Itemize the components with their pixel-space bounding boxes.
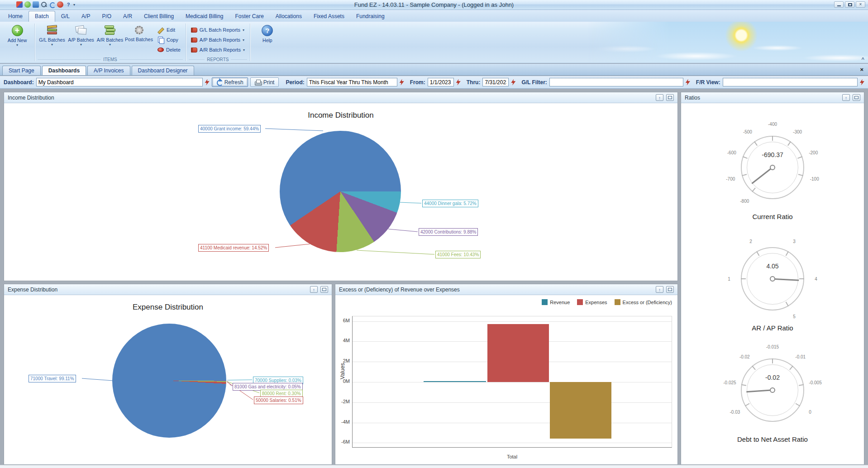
maximize-panel-icon[interactable] (320, 286, 328, 293)
maximize-panel-icon[interactable] (666, 286, 674, 293)
maximize-button[interactable] (845, 1, 854, 8)
maximize-icon (848, 3, 852, 6)
delete-button[interactable]: Delete (155, 45, 183, 54)
menu-tab-client-billing[interactable]: Client Billing (138, 11, 180, 22)
close-button[interactable]: × (856, 1, 865, 8)
minimize-button[interactable] (834, 1, 844, 8)
fr-view-label: F/R View: (696, 79, 720, 86)
gauge-value: 4.05 (718, 263, 827, 270)
chart-title: Income Distribution (4, 111, 677, 120)
y-axis-tick: 4M (336, 338, 350, 343)
parameter-bolt-icon[interactable] (400, 79, 404, 86)
gl-batch-reports-button[interactable]: G/L Batch Reports ▾ (189, 25, 247, 34)
panel-header: Ratios ↑ (681, 92, 864, 103)
fr-view-input[interactable] (723, 78, 858, 86)
pie-label: 42000 Contributions: 9.88% (419, 228, 478, 236)
from-date-input[interactable] (428, 78, 454, 86)
ribbon-tab-bar: Home Batch G/L A/P P/O A/R Client Billin… (0, 10, 868, 22)
help-button[interactable]: ? Help (253, 23, 282, 43)
export-icon[interactable]: ↑ (310, 286, 318, 293)
ratios-panel: Ratios ↑ -800-700-600-500-400-300-200-10… (681, 92, 864, 465)
export-icon[interactable]: ↑ (656, 286, 663, 293)
parameter-bolt-icon[interactable] (456, 79, 461, 86)
parameter-bolt-icon[interactable] (686, 79, 690, 86)
gear-icon (135, 26, 143, 34)
export-icon[interactable]: ↑ (656, 94, 663, 101)
y-axis-tick: -2M (336, 399, 350, 404)
pencil-icon (157, 27, 164, 33)
print-button[interactable]: Print (250, 77, 279, 87)
close-tab-icon[interactable]: × (860, 66, 863, 73)
maximize-panel-icon[interactable] (666, 94, 674, 101)
menu-tab-fixed-assets[interactable]: Fixed Assets (308, 11, 350, 22)
bar-expenses (487, 324, 549, 382)
ap-batches-button[interactable]: A/P Batches ▾ (67, 23, 95, 47)
panel-title: Expense Distribution (8, 287, 57, 293)
menu-tab-medicaid-billing[interactable]: Medicaid Billing (180, 11, 229, 22)
pie-label: 71000 Travel: 99.11% (29, 375, 76, 382)
dropdown-caret-icon: ▾ (243, 29, 244, 32)
maximize-panel-icon[interactable] (853, 94, 860, 101)
tab-ap-invoices[interactable]: A/P Invoices (87, 66, 130, 75)
tab-dashboard-designer[interactable]: Dashboard Designer (132, 66, 194, 75)
bar-chart-area: Revenue Expenses Excess or (Deficiency) … (335, 296, 677, 464)
gl-filter-input[interactable] (549, 78, 683, 86)
ribbon-group-reports: G/L Batch Reports ▾ A/P Batch Reports ▾ … (186, 22, 250, 63)
parameter-bolt-icon[interactable] (205, 79, 210, 86)
chart-title: Expense Distribution (4, 303, 332, 312)
help-icon: ? (262, 25, 273, 36)
dropdown-caret-icon: ▾ (243, 38, 244, 42)
y-axis-title: Values (339, 358, 346, 385)
ar-batch-reports-button[interactable]: A/R Batch Reports ▾ (189, 45, 247, 54)
menu-tab-home[interactable]: Home (2, 11, 29, 22)
edit-button[interactable]: Edit (155, 25, 183, 34)
printer-icon (255, 80, 261, 85)
ribbon-group-add-new: + Add New ▾ (0, 22, 34, 63)
gl-filter-label: G/L Filter: (521, 79, 547, 86)
menu-tab-ar[interactable]: A/R (117, 11, 138, 22)
report-book-icon (191, 28, 197, 33)
y-axis-tick: 6M (336, 318, 350, 323)
delete-icon (157, 48, 164, 52)
menu-tab-allocations[interactable]: Allocations (270, 11, 308, 22)
pie-label: 44000 Dinner gala: 5.72% (422, 200, 478, 207)
gl-batches-button[interactable]: G/L Batches ▾ (38, 23, 67, 47)
window-controls: × (834, 1, 865, 8)
menu-tab-foster-care[interactable]: Foster Care (229, 11, 269, 22)
collapse-ribbon-icon[interactable]: ^ (862, 57, 864, 62)
tab-dashboards[interactable]: Dashboards (42, 66, 86, 75)
export-icon[interactable]: ↑ (842, 94, 850, 101)
gauge-value: -0.02 (718, 374, 827, 381)
pie-label: 41100 Medicaid revenue: 14.52% (198, 244, 269, 252)
add-new-button[interactable]: + Add New ▾ (3, 23, 32, 47)
copy-button[interactable]: Copy (155, 35, 183, 44)
parameter-bolt-icon[interactable] (511, 79, 515, 86)
menu-tab-po[interactable]: P/O (96, 11, 117, 22)
gauge-caption: Current Ratio (718, 213, 827, 220)
tab-start-page[interactable]: Start Page (2, 66, 41, 75)
post-batches-button[interactable]: Post Batches (124, 23, 153, 42)
ar-batches-button[interactable]: A/R Batches ▾ (95, 23, 124, 47)
panel-title: Income Distribution (8, 95, 54, 101)
dashboard-input[interactable] (36, 78, 203, 86)
menu-tab-ap[interactable]: A/P (76, 11, 96, 22)
legend-item-expenses: Expenses (577, 299, 607, 305)
menu-tab-fundraising[interactable]: Fundraising (350, 11, 391, 22)
pie-label: 41000 Fees: 10.43% (435, 251, 481, 258)
gauges-area: -800-700-600-500-400-300-200-100 -690.37… (681, 104, 864, 464)
period-input[interactable] (307, 78, 397, 86)
report-book-icon (191, 38, 197, 43)
refresh-button[interactable]: Refresh (212, 77, 248, 87)
panel-header: Excess or (Deficiency) of Revenue over E… (335, 284, 677, 295)
panel-header: Expense Distribution ↑ (4, 284, 332, 295)
window-title: Fund EZ - 14.03.11 - Sample Company - (L… (0, 1, 868, 8)
thru-date-input[interactable] (482, 78, 509, 86)
ap-batch-reports-button[interactable]: A/P Batch Reports ▾ (189, 35, 247, 44)
menu-tab-gl[interactable]: G/L (55, 11, 76, 22)
group-label-items: ITEMS (38, 57, 183, 62)
menu-tab-batch[interactable]: Batch (29, 11, 55, 22)
legend-swatch (542, 299, 548, 305)
parameter-bolt-icon[interactable] (860, 79, 864, 86)
y-axis-tick: -6M (336, 439, 350, 444)
legend-swatch (577, 299, 583, 305)
